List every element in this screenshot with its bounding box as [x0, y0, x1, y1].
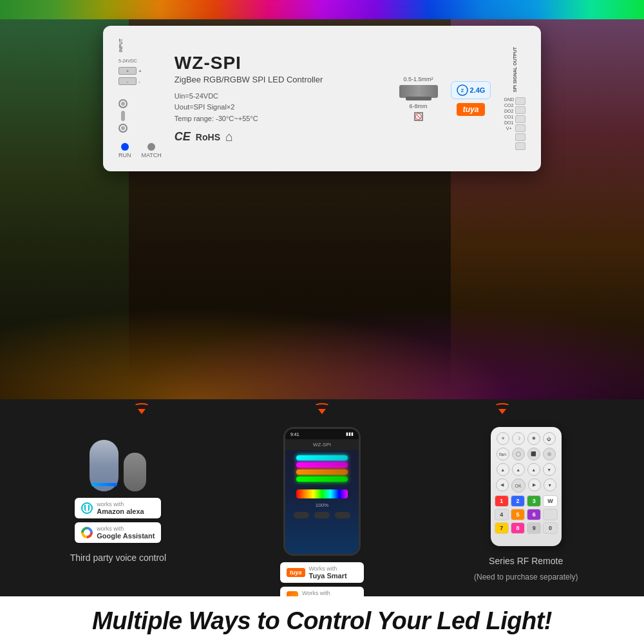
echo-ring	[91, 483, 117, 486]
alexa-text: works with Amazon alexa	[97, 501, 144, 515]
phone-time: 9:41	[290, 432, 299, 437]
phone-screen: 9:41 ▮▮▮ WZ-SPI 100%	[285, 429, 359, 554]
controller-buttons: RUN MATCH	[118, 142, 162, 158]
amazon-echo-device	[90, 440, 118, 491]
remote-nav-row: ◀ OK ▶ ▼	[495, 478, 558, 493]
remote-num-1[interactable]: 1	[495, 495, 509, 507]
remote-fan-btn[interactable]: fan	[497, 448, 509, 460]
echo-dot-device	[124, 453, 146, 491]
rf-remote-label: Series RF Remote	[489, 556, 563, 566]
controller-badges: Z 2.4G tuya	[451, 81, 491, 116]
alexa-badge: works with Amazon alexa	[75, 498, 161, 518]
output-terminals: GNDCO2DO2CO1DO1V+	[504, 97, 526, 150]
remote-function-row: ☀ ☽ ✱ ⏻	[495, 432, 558, 445]
remote-num-3[interactable]: 3	[527, 495, 541, 507]
phone-controls	[285, 509, 359, 521]
remote-up-2[interactable]: ▲	[512, 463, 525, 476]
led-strip-4	[296, 477, 348, 482]
certifications: CE RoHS ⌂	[175, 129, 386, 144]
remote-right-btn[interactable]: ▶	[528, 478, 541, 491]
spec-uin: Uin=5-24VDC	[175, 91, 386, 102]
arrow-center	[318, 409, 326, 414]
led-strip-1	[296, 455, 348, 460]
headline-bar: Multiple Ways to Control Your Led Light!	[0, 596, 644, 644]
rf-remote-column: ☀ ☽ ✱ ⏻ fan ◯ ⬛ ◎ ▲ ▲	[427, 427, 625, 582]
controller-right: SPI SIGNAL OUTPUT GNDCO2DO2CO1DO1V+	[504, 47, 526, 149]
output-label: SPI SIGNAL OUTPUT	[513, 47, 517, 92]
device-model: WZ-SPI	[175, 53, 386, 73]
svg-text:Z: Z	[460, 88, 464, 93]
arc-inner-center	[314, 403, 330, 409]
input-label: INPUT	[118, 39, 123, 52]
match-button[interactable]	[147, 143, 155, 151]
remote-star-btn[interactable]: ✱	[527, 432, 540, 445]
remote-blank1	[543, 509, 557, 520]
ce-mark: CE	[175, 130, 191, 144]
phone-status-bar: 9:41 ▮▮▮	[285, 429, 359, 439]
remote-ok-btn[interactable]: OK	[511, 478, 526, 493]
alexa-icon-inner	[84, 505, 90, 511]
zigbee-badge: Z 2.4G	[451, 81, 491, 99]
input-connectors: + + - -	[118, 67, 142, 85]
top-section: INPUT 5-24VDC + + - -	[0, 0, 644, 399]
remote-num-5[interactable]: 5	[511, 509, 525, 520]
alexa-works-with: works with	[97, 501, 144, 507]
remote-up-1[interactable]: ▲	[497, 463, 509, 476]
phone-btn-1[interactable]	[294, 512, 309, 518]
tuya-badge: tuya	[457, 103, 486, 116]
device-full-name: ZigBee RGB/RGBW SPI LED Controller	[175, 75, 386, 84]
remote-square-btn[interactable]: ⬛	[527, 448, 540, 460]
google-brand: Google Assistant	[97, 532, 155, 540]
rainbow-strip	[0, 0, 644, 19]
run-match-section	[118, 99, 128, 133]
controller-card: INPUT 5-24VDC + + - -	[103, 26, 541, 171]
google-icon-inner	[84, 529, 90, 536]
remote-arrow-row1: ▲ ▲ ▲ ▼	[495, 463, 558, 476]
phone-app-header: WZ-SPI	[285, 439, 359, 450]
rf-remote-subtitle: (Need to purchase separately)	[474, 573, 578, 582]
match-label: MATCH	[142, 152, 162, 158]
tuya-smart-text: Works with Tuya Smart	[309, 565, 347, 580]
rf-remote-control: ☀ ☽ ✱ ⏻ fan ◯ ⬛ ◎ ▲ ▲	[491, 427, 562, 546]
spec-uout: Uout=SPI Signal×2	[175, 102, 386, 113]
remote-num-2[interactable]: 2	[511, 495, 525, 507]
remote-circle-btn[interactable]: ◯	[512, 448, 525, 460]
color-picker	[296, 489, 348, 498]
tuya-logo: tuya	[287, 568, 305, 577]
remote-function-row2: fan ◯ ⬛ ◎	[495, 448, 558, 460]
tuya-smart-badge: tuya Works with Tuya Smart	[280, 562, 364, 583]
remote-moon-btn[interactable]: ☽	[512, 432, 525, 445]
voice-control-column: works with Amazon alexa works with Googl…	[19, 427, 217, 563]
rohs-mark: RoHS	[196, 132, 220, 142]
remote-num-8[interactable]: 8	[511, 522, 525, 534]
led-strip-3	[296, 469, 348, 475]
google-badge: works with Google Assistant	[75, 522, 161, 543]
remote-down-2[interactable]: ▼	[544, 478, 556, 491]
led-strip-2	[296, 462, 348, 468]
main-container: INPUT 5-24VDC + + - -	[0, 0, 644, 644]
remote-num-7[interactable]: 7	[495, 522, 509, 534]
brightness-label: 100%	[285, 501, 359, 509]
remote-left-btn[interactable]: ◀	[496, 478, 509, 491]
phone-btn-3[interactable]	[335, 512, 350, 518]
remote-sun-btn[interactable]: ☀	[497, 432, 509, 445]
remote-w-btn[interactable]: W	[543, 495, 557, 507]
spec-temp: Temp range: -30°C~+55°C	[175, 113, 386, 125]
house-icon: ⌂	[225, 129, 233, 144]
remote-num-9[interactable]: 9	[527, 522, 541, 534]
remote-up-3[interactable]: ▲	[527, 463, 540, 476]
cable-spec-section: 0.5-1.5mm² 6-8mm 🚫	[399, 76, 438, 121]
remote-number-grid: 1 2 3 W 4 5 6 7 8 9 0	[495, 495, 558, 534]
phone-btn-2[interactable]	[314, 512, 330, 518]
voltage-label: 5-24VDC	[118, 59, 137, 63]
remote-num-4[interactable]: 4	[495, 509, 509, 520]
tuya-works-with: Works with	[309, 565, 347, 572]
controller-main: WZ-SPI ZigBee RGB/RGBW SPI LED Controlle…	[175, 53, 386, 145]
remote-down-1[interactable]: ▼	[543, 463, 556, 476]
remote-target-btn[interactable]: ◎	[543, 448, 556, 460]
remote-num-6[interactable]: 6	[527, 509, 541, 520]
voice-control-label: Third party voice control	[70, 553, 166, 563]
remote-num-0[interactable]: 0	[543, 522, 557, 534]
remote-power-btn[interactable]: ⏻	[543, 432, 556, 445]
wire-size-label: 0.5-1.5mm²	[404, 76, 433, 82]
